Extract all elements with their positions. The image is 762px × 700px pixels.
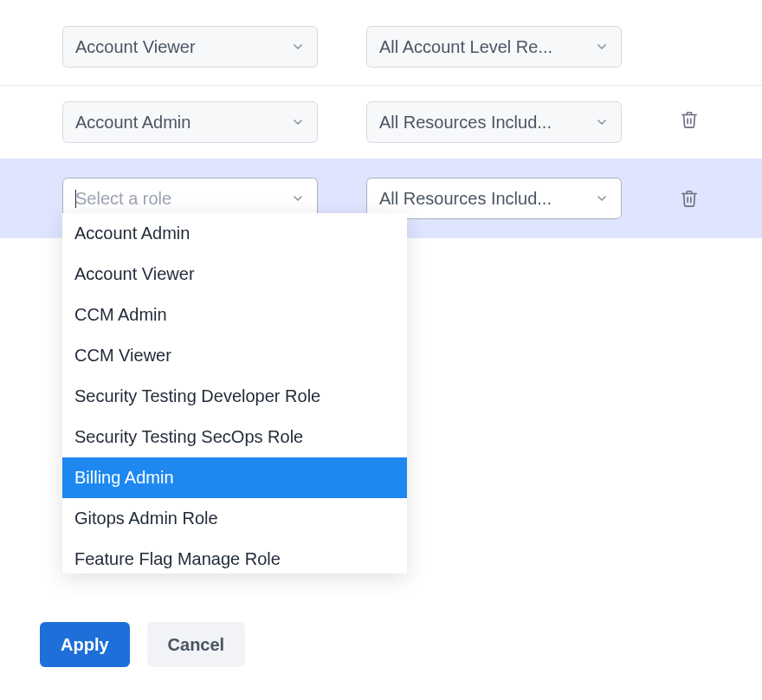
apply-button[interactable]: Apply	[40, 622, 130, 667]
trash-icon	[680, 189, 699, 208]
role-select-0[interactable]: Account Viewer	[62, 26, 318, 68]
dropdown-option[interactable]: Security Testing Developer Role	[62, 376, 407, 417]
dropdown-option[interactable]: CCM Viewer	[62, 335, 407, 376]
dropdown-option[interactable]: Security Testing SecOps Role	[62, 417, 407, 457]
resource-select-value: All Resources Includ...	[379, 189, 552, 209]
dropdown-option[interactable]: Billing Admin	[62, 457, 407, 498]
role-row-1: Account Admin All Resources Includ...	[0, 85, 762, 153]
chevron-down-icon	[291, 40, 305, 54]
chevron-down-icon	[291, 191, 305, 205]
dropdown-option[interactable]: CCM Admin	[62, 295, 407, 335]
cancel-button[interactable]: Cancel	[147, 622, 246, 667]
chevron-down-icon	[291, 115, 305, 129]
resource-select-value: All Account Level Re...	[379, 37, 552, 57]
delete-row-button[interactable]	[677, 107, 701, 132]
resource-select-1[interactable]: All Resources Includ...	[366, 101, 622, 143]
footer-actions: Apply Cancel	[40, 622, 245, 667]
role-select-placeholder: Select a role	[75, 189, 171, 208]
resource-select-0[interactable]: All Account Level Re...	[366, 26, 622, 68]
dropdown-option[interactable]: Account Admin	[62, 213, 407, 254]
dropdown-option[interactable]: Feature Flag Manage Role	[62, 539, 407, 574]
chevron-down-icon	[595, 40, 609, 54]
delete-row-button[interactable]	[677, 186, 701, 211]
resource-select-value: All Resources Includ...	[379, 113, 552, 133]
chevron-down-icon	[595, 115, 609, 129]
role-dropdown[interactable]: Account AdminAccount ViewerCCM AdminCCM …	[62, 213, 407, 574]
trash-icon	[680, 110, 699, 129]
role-select-1[interactable]: Account Admin	[62, 101, 318, 143]
dropdown-option[interactable]: Account Viewer	[62, 254, 407, 295]
chevron-down-icon	[595, 191, 609, 205]
role-row-0: Account Viewer All Account Level Re...	[0, 16, 762, 78]
dropdown-option[interactable]: Gitops Admin Role	[62, 498, 407, 539]
role-select-value: Account Admin	[75, 113, 190, 133]
role-select-value: Account Viewer	[75, 37, 196, 57]
